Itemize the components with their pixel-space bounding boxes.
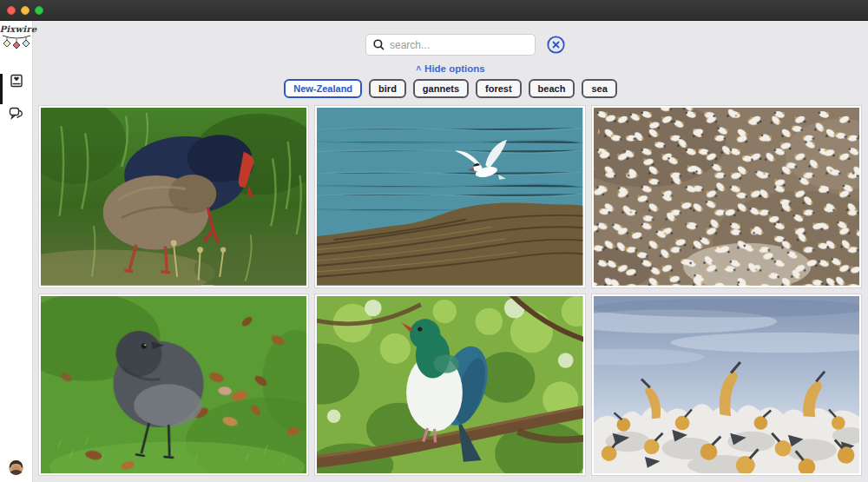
filter-chip-gannets[interactable]: gannets	[413, 79, 469, 98]
hide-options-toggle[interactable]: ^ Hide options	[416, 63, 484, 74]
filter-chip-forest[interactable]: forest	[476, 79, 522, 98]
clear-search-button[interactable]	[547, 36, 565, 54]
title-bar	[0, 0, 868, 21]
gallery-photo-robin[interactable]	[38, 294, 309, 477]
app-logo-text: Pixwire	[0, 24, 33, 34]
hide-options-label: Hide options	[424, 63, 485, 74]
filter-chip-beach[interactable]: beach	[529, 79, 575, 98]
app-logo: Pixwire	[0, 24, 33, 50]
minimize-window-button[interactable]	[21, 6, 30, 15]
zoom-window-button[interactable]	[35, 6, 43, 15]
photo-album-icon	[10, 74, 23, 88]
gallery-photo-tern[interactable]	[314, 105, 585, 288]
filter-chip-new-zealand[interactable]: New-Zealand	[284, 79, 362, 98]
chevron-up-icon: ^	[416, 65, 421, 75]
gallery-photo-takahe[interactable]	[38, 105, 309, 288]
gallery-photo-gannets-closeup[interactable]	[591, 294, 862, 477]
sidebar-item-albums[interactable]	[9, 74, 24, 88]
chat-icon	[9, 106, 23, 120]
search-input[interactable]	[390, 39, 528, 51]
gallery-photo-kereru[interactable]	[314, 294, 585, 477]
search-row	[365, 34, 536, 56]
gallery-photo-gannet-colony-aerial[interactable]	[591, 105, 862, 288]
filter-chips: New-Zealand bird gannets forest beach se…	[284, 79, 617, 98]
filter-chip-bird[interactable]: bird	[369, 79, 406, 98]
app-window: Pixwire	[0, 0, 868, 482]
circle-x-icon	[547, 36, 565, 54]
sidebar: Pixwire	[0, 21, 33, 482]
user-avatar[interactable]	[9, 460, 23, 475]
close-window-button[interactable]	[7, 6, 16, 15]
search-icon	[373, 39, 385, 50]
filter-chip-sea[interactable]: sea	[582, 79, 616, 98]
sidebar-item-messages[interactable]	[9, 106, 24, 120]
active-nav-indicator	[0, 74, 3, 104]
logo-wire-diamonds-icon	[2, 34, 31, 50]
main-content: ^ Hide options New-Zealand bird gannets …	[33, 21, 868, 482]
photo-gallery	[33, 98, 868, 482]
search-box	[365, 34, 536, 56]
